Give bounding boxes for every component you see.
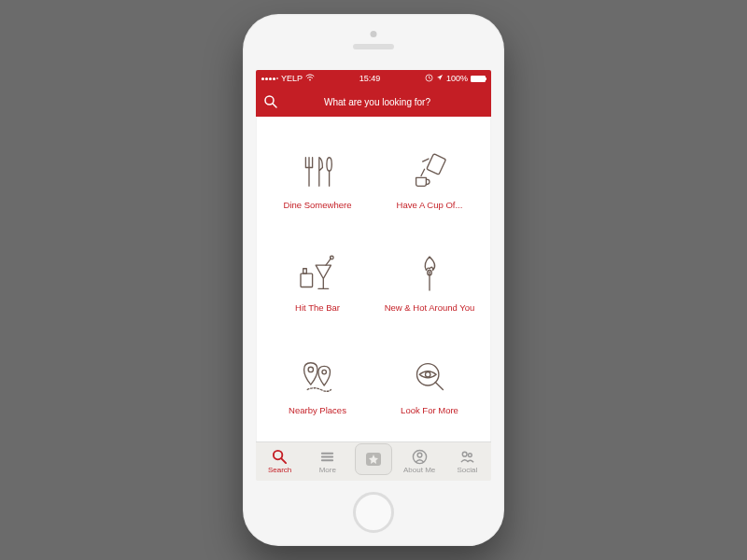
svg-point-9 xyxy=(331,256,334,259)
search-placeholder: What are you looking for? xyxy=(289,97,484,107)
cocktail-icon xyxy=(292,252,343,297)
svg-line-3 xyxy=(273,104,276,107)
coffee-pour-icon xyxy=(404,149,455,194)
carrier-label: YELP xyxy=(281,74,303,83)
svg-point-12 xyxy=(308,367,313,371)
svg-point-13 xyxy=(322,370,327,374)
utensils-icon xyxy=(292,149,343,194)
svg-rect-5 xyxy=(427,153,446,174)
tile-coffee[interactable]: Have A Cup Of... xyxy=(374,128,486,231)
flame-match-icon xyxy=(404,252,455,297)
location-icon xyxy=(436,74,444,83)
svg-line-16 xyxy=(435,382,443,389)
wifi-icon xyxy=(305,74,315,83)
phone-frame: YELP 15:49 100% What are xyxy=(243,14,504,546)
tab-label: Social xyxy=(457,466,477,474)
tab-label: Search xyxy=(268,466,291,474)
phone-camera xyxy=(371,31,377,37)
tile-bar[interactable]: Hit The Bar xyxy=(261,231,374,333)
svg-point-26 xyxy=(468,454,472,457)
tile-label: Nearby Places xyxy=(289,405,346,415)
tab-label: More xyxy=(319,466,336,474)
svg-line-18 xyxy=(281,458,286,463)
tab-about-me[interactable]: About Me xyxy=(399,449,440,474)
tile-dine[interactable]: Dine Somewhere xyxy=(261,128,374,231)
tile-label: Hit The Bar xyxy=(295,302,340,313)
tile-hot[interactable]: New & Hot Around You xyxy=(374,231,486,333)
battery-pct: 100% xyxy=(446,74,468,83)
search-bar[interactable]: What are you looking for? xyxy=(256,87,491,117)
status-bar: YELP 15:49 100% xyxy=(256,70,491,87)
tile-label: Have A Cup Of... xyxy=(397,200,463,210)
svg-rect-7 xyxy=(303,268,307,273)
people-icon xyxy=(459,449,475,465)
svg-rect-6 xyxy=(301,273,313,287)
clock: 15:49 xyxy=(359,74,381,83)
category-grid: Dine Somewhere Have A Cup Of... xyxy=(256,117,491,441)
svg-point-15 xyxy=(426,371,430,376)
tile-nearby[interactable]: Nearby Places xyxy=(261,333,374,436)
menu-lines-icon xyxy=(319,449,335,465)
eye-magnifier-icon xyxy=(404,355,455,399)
screen: YELP 15:49 100% What are xyxy=(256,70,491,481)
svg-line-8 xyxy=(326,258,331,264)
signal-dots-icon xyxy=(261,77,278,80)
battery-icon xyxy=(471,76,486,82)
tile-label: Dine Somewhere xyxy=(284,200,352,210)
tab-bar: Search More About Me Social xyxy=(256,441,491,481)
tab-search[interactable]: Search xyxy=(260,449,301,474)
star-badge-icon xyxy=(364,450,383,469)
tab-label: About Me xyxy=(403,466,435,474)
svg-point-25 xyxy=(462,452,467,456)
tab-more[interactable]: More xyxy=(307,449,348,474)
home-button[interactable] xyxy=(353,492,394,533)
search-tab-icon xyxy=(272,449,288,465)
svg-point-4 xyxy=(327,157,331,170)
rotation-lock-icon xyxy=(425,74,433,84)
magnifier-icon xyxy=(263,94,278,109)
tile-look-more[interactable]: Look For More xyxy=(374,333,486,436)
phone-speaker xyxy=(353,44,394,49)
tab-social[interactable]: Social xyxy=(446,449,487,474)
person-circle-icon xyxy=(412,449,428,465)
tab-bookmark[interactable] xyxy=(355,443,392,475)
svg-point-0 xyxy=(309,79,311,81)
map-pins-icon xyxy=(292,355,343,399)
tile-label: New & Hot Around You xyxy=(385,302,475,313)
svg-point-24 xyxy=(417,453,422,457)
tile-label: Look For More xyxy=(401,405,458,415)
